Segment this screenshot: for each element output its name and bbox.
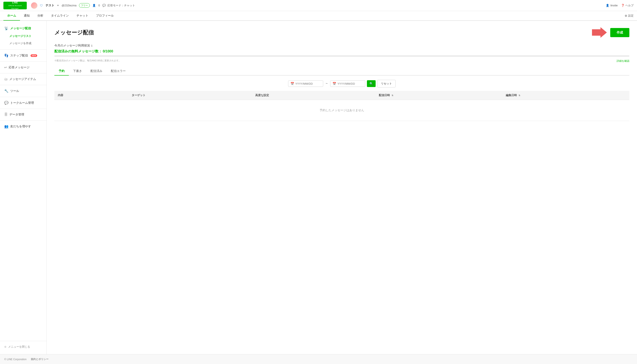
sidebar-item-talkroom[interactable]: 💬 トークルーム管理 (0, 99, 47, 107)
divider-1 (0, 50, 47, 50)
tab-error[interactable]: 配信エラー (107, 67, 130, 76)
th-target: ターゲット (128, 91, 252, 100)
th-advanced: 高度な設定 (252, 91, 375, 100)
search-bar: 📅 ~ 📅 🔍 リセット (54, 80, 629, 88)
progress-bar-bg (54, 56, 629, 57)
help-button[interactable]: ❓ ヘルプ (621, 4, 633, 8)
nav-item-chat[interactable]: チャット (73, 11, 92, 20)
new-badge: NEW (31, 54, 37, 57)
followers-count: 0 (98, 4, 100, 7)
nav-item-notifications[interactable]: 通知 (20, 11, 34, 20)
footer: © LINE Corporation 規約とポリシー (0, 354, 637, 364)
sidebar-subitem-label-create-message: メッセージを作成 (9, 42, 32, 45)
sidebar-item-label-talkroom: トークルーム管理 (10, 101, 34, 105)
sidebar: 📡 メッセージ配信 メッセージリスト メッセージを作成 👣 ステップ配信 NEW… (0, 21, 47, 354)
sidebar-item-tools[interactable]: 🔧 ツール (0, 87, 47, 95)
date-from-input[interactable] (295, 82, 321, 85)
sidebar-item-label-tools: ツール (10, 89, 19, 93)
main-nav: ホーム 通知 分析 タイムライン チャット プロフィール ⚙ 設定 (0, 11, 637, 21)
table-header-row: 内容 ターゲット 高度な設定 配信日時 ⇅ 編集日時 ⇅ (54, 91, 629, 100)
tools-icon: 🔧 (4, 89, 9, 93)
usage-detail-link[interactable]: 詳細を確認 (616, 59, 629, 63)
logo-text: LINEOfficial AccountManager (9, 1, 22, 10)
th-advanced-label: 高度な設定 (255, 94, 269, 97)
sidebar-item-step-delivery[interactable]: 👣 ステップ配信 NEW (0, 51, 47, 60)
arrow-icon (592, 27, 607, 38)
usage-title: 今月のメッセージ利用状況 ℹ (54, 44, 629, 48)
svg-marker-0 (592, 27, 607, 38)
user-name: linotie (610, 4, 618, 7)
tilde-separator: ~ (326, 82, 328, 86)
help-icon: ❓ (621, 4, 624, 7)
avatar (31, 2, 37, 9)
sidebar-subitem-label-message-list: メッセージリスト (9, 34, 32, 38)
nav-item-analytics[interactable]: 分析 (34, 11, 47, 20)
sidebar-section-messaging: 📡 メッセージ配信 メッセージリスト メッセージを作成 (0, 24, 47, 47)
settings-button[interactable]: ⚙ 設定 (625, 14, 633, 18)
shield-icon: 🛡 (40, 4, 43, 7)
sidebar-item-create-message[interactable]: メッセージを作成 (0, 40, 47, 47)
th-target-label: ターゲット (132, 94, 146, 97)
top-bar: LINEOfficial AccountManager 🛡 テスト ▼ @232… (0, 0, 637, 11)
nav-item-profile[interactable]: プロフィール (92, 11, 118, 20)
data-icon: 🗄 (4, 113, 8, 116)
user-info: 👤 linotie (606, 4, 618, 7)
main-content: メッセージ配信 作成 今月のメッセージ利用状況 ℹ 配信済みの無料メッセージ数：… (47, 21, 637, 354)
calendar-from-icon: 📅 (290, 82, 294, 85)
empty-message: 予約したメッセージはありません (54, 100, 629, 121)
nav-right: ⚙ 設定 (625, 14, 637, 18)
help-label: ヘルプ (625, 4, 633, 8)
tab-draft[interactable]: 下書き (69, 67, 86, 76)
sidebar-item-message-items[interactable]: 🗂 メッセージアイテム (0, 75, 47, 83)
chat-icon: 💬 (102, 4, 106, 7)
sidebar-item-data-management[interactable]: 🗄 データ管理 (0, 110, 47, 119)
step-icon: 👣 (4, 54, 9, 58)
th-delivery-date[interactable]: 配信日時 ⇅ (375, 91, 502, 100)
usage-display: 0/1000 (103, 50, 113, 53)
logo-box: LINEOfficial AccountManager (4, 2, 27, 9)
friends-icon: 👥 (4, 124, 9, 128)
sidebar-item-add-friends[interactable]: 👥 友だちを増やす (0, 122, 47, 130)
th-content: 内容 (54, 91, 128, 100)
top-bar-left: LINEOfficial AccountManager 🛡 テスト ▼ @232… (4, 2, 606, 9)
usage-title-text: 今月のメッセージ利用状況 (54, 44, 90, 48)
close-menu-button[interactable]: ⊙ メニューを閉じる (0, 343, 47, 351)
th-content-label: 内容 (58, 94, 63, 97)
usage-note: ※配信済みのメッセージ数は、毎日AM2:00頃に更新されます。 (54, 59, 121, 62)
user-icon: 👤 (606, 4, 609, 7)
info-icon[interactable]: ℹ (91, 44, 92, 47)
tab-scheduled[interactable]: 予約 (54, 67, 69, 76)
date-from-wrapper: 📅 (288, 80, 323, 87)
broadcast-icon: 📡 (4, 26, 9, 30)
tab-sent[interactable]: 配信済み (86, 67, 107, 76)
date-to-input[interactable] (337, 82, 363, 85)
table-header: 内容 ターゲット 高度な設定 配信日時 ⇅ 編集日時 ⇅ (54, 91, 629, 100)
usage-section: 今月のメッセージ利用状況 ℹ 配信済みの無料メッセージ数： 0/1000 ※配信… (54, 44, 629, 63)
nav-item-home[interactable]: ホーム (4, 11, 20, 20)
search-button[interactable]: 🔍 (367, 80, 376, 87)
sidebar-item-message-list[interactable]: メッセージリスト (0, 32, 47, 40)
close-menu-label: メニューを閉じる (8, 345, 30, 349)
nav-item-timeline[interactable]: タイムライン (47, 11, 73, 20)
footer-copyright: © LINE Corporation (4, 358, 27, 361)
usage-count: 配信済みの無料メッセージ数： 0/1000 (54, 49, 629, 54)
followers-icon: 👤 (92, 4, 96, 7)
calendar-to-icon: 📅 (333, 82, 336, 85)
footer-policy-link[interactable]: 規約とポリシー (31, 358, 49, 361)
sidebar-item-auto-reply[interactable]: ↩ 応答メッセージ (0, 63, 47, 72)
th-delivery-label: 配信日時 (379, 94, 390, 97)
account-dropdown-icon[interactable]: ▼ (57, 4, 59, 6)
sidebar-item-message-delivery[interactable]: 📡 メッセージ配信 (0, 24, 47, 32)
divider-2 (0, 61, 47, 62)
account-id: @232tezma (62, 4, 77, 7)
create-button[interactable]: 作成 (610, 28, 629, 37)
sidebar-bottom: ⊙ メニューを閉じる (0, 336, 47, 351)
date-to-wrapper: 📅 (330, 80, 365, 87)
divider-7 (0, 120, 47, 120)
nav-items: ホーム 通知 分析 タイムライン チャット プロフィール (4, 11, 625, 20)
reset-button[interactable]: リセット (377, 80, 396, 88)
tab-bar: 予約 下書き 配信済み 配信エラー (54, 67, 629, 76)
room-icon: 💬 (4, 101, 9, 105)
sort-edit-icon: ⇅ (518, 94, 520, 96)
th-edit-date[interactable]: 編集日時 ⇅ (502, 91, 629, 100)
